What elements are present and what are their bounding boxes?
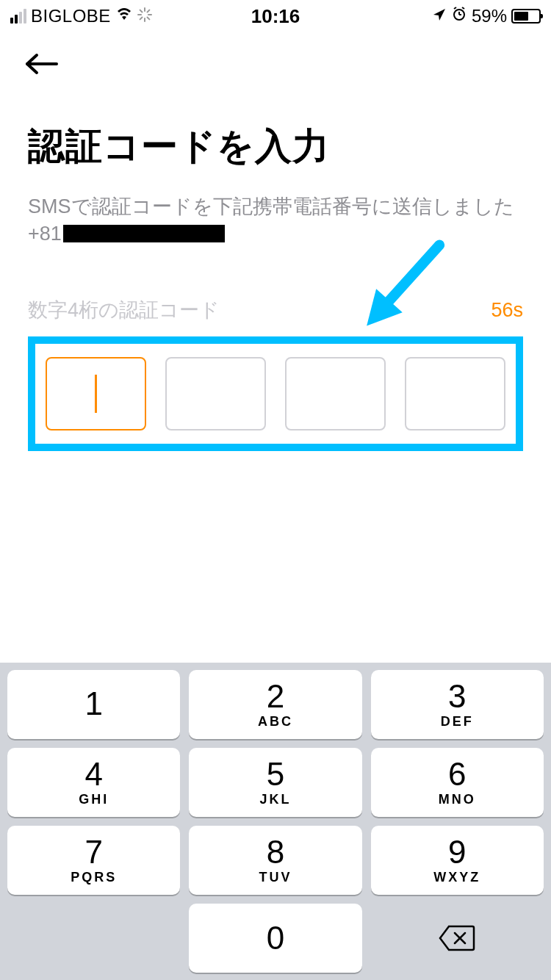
svg-line-11 bbox=[454, 7, 456, 9]
battery-icon bbox=[511, 9, 541, 24]
key-number: 7 bbox=[84, 836, 102, 868]
keypad-key-4[interactable]: 4 GHI bbox=[7, 748, 180, 817]
key-number: 8 bbox=[267, 836, 284, 868]
page-subtitle: SMSで認証コードを下記携帯電話番号に送信しました bbox=[28, 193, 523, 221]
svg-line-12 bbox=[462, 7, 464, 9]
battery-pct: 59% bbox=[472, 6, 507, 26]
svg-line-6 bbox=[140, 17, 142, 19]
key-letters: PQRS bbox=[71, 870, 117, 885]
status-left: BIGLOBE bbox=[10, 6, 152, 26]
code-digit-1[interactable] bbox=[46, 357, 146, 430]
phone-number: +81 bbox=[28, 223, 523, 245]
key-letters: TUV bbox=[259, 870, 292, 885]
loading-icon bbox=[137, 7, 152, 26]
key-number: 3 bbox=[448, 680, 466, 713]
keypad-key-1[interactable]: 1 bbox=[7, 670, 180, 739]
key-letters: MNO bbox=[439, 792, 476, 807]
key-number: 4 bbox=[84, 758, 102, 790]
svg-line-5 bbox=[147, 17, 149, 19]
svg-line-4 bbox=[140, 10, 142, 12]
key-number: 0 bbox=[267, 922, 284, 954]
location-icon bbox=[432, 6, 447, 26]
key-letters: DEF bbox=[441, 714, 474, 729]
keypad-key-2[interactable]: 2 ABC bbox=[189, 670, 361, 739]
keypad-key-0[interactable]: 0 bbox=[189, 904, 361, 973]
signal-icon bbox=[10, 9, 26, 24]
svg-line-7 bbox=[147, 10, 149, 12]
key-letters: JKL bbox=[259, 792, 291, 807]
alarm-icon bbox=[451, 6, 467, 26]
key-number: 9 bbox=[448, 836, 466, 868]
keypad-key-8[interactable]: 8 TUV bbox=[189, 826, 361, 895]
key-number: 5 bbox=[267, 758, 284, 790]
code-digit-2[interactable] bbox=[165, 357, 266, 430]
code-digit-3[interactable] bbox=[285, 357, 386, 430]
keypad-key-6[interactable]: 6 MNO bbox=[371, 748, 544, 817]
code-digit-4[interactable] bbox=[405, 357, 505, 430]
resend-timer: 56s bbox=[491, 299, 523, 322]
keypad-key-7[interactable]: 7 PQRS bbox=[7, 826, 180, 895]
backspace-icon bbox=[439, 925, 475, 951]
cursor-icon bbox=[95, 375, 97, 413]
page-title: 認証コードを入力 bbox=[28, 122, 523, 171]
carrier-label: BIGLOBE bbox=[31, 6, 111, 26]
keypad-empty bbox=[7, 904, 180, 973]
back-button[interactable] bbox=[0, 32, 551, 85]
status-bar: BIGLOBE 10:16 59% bbox=[0, 0, 551, 32]
wifi-icon bbox=[115, 7, 133, 26]
code-input-label: 数字4桁の認証コード bbox=[28, 297, 220, 323]
key-number: 2 bbox=[267, 680, 284, 713]
keypad-key-9[interactable]: 9 WXYZ bbox=[371, 826, 544, 895]
keypad-key-5[interactable]: 5 JKL bbox=[189, 748, 361, 817]
phone-redacted bbox=[63, 225, 225, 242]
keypad-delete-button[interactable] bbox=[371, 904, 544, 973]
key-number: 1 bbox=[84, 688, 102, 720]
code-input-group bbox=[28, 336, 523, 451]
status-right: 59% bbox=[432, 6, 541, 26]
status-time: 10:16 bbox=[251, 5, 300, 28]
key-number: 6 bbox=[448, 758, 466, 790]
key-letters: GHI bbox=[79, 792, 109, 807]
numeric-keypad: 1 2 ABC 3 DEF 4 GHI 5 JKL 6 MNO 7 PQRS 8… bbox=[0, 663, 551, 980]
key-letters: WXYZ bbox=[433, 870, 480, 885]
phone-prefix: +81 bbox=[28, 223, 62, 245]
back-arrow-icon bbox=[24, 53, 60, 75]
keypad-key-3[interactable]: 3 DEF bbox=[371, 670, 544, 739]
key-letters: ABC bbox=[258, 714, 293, 729]
